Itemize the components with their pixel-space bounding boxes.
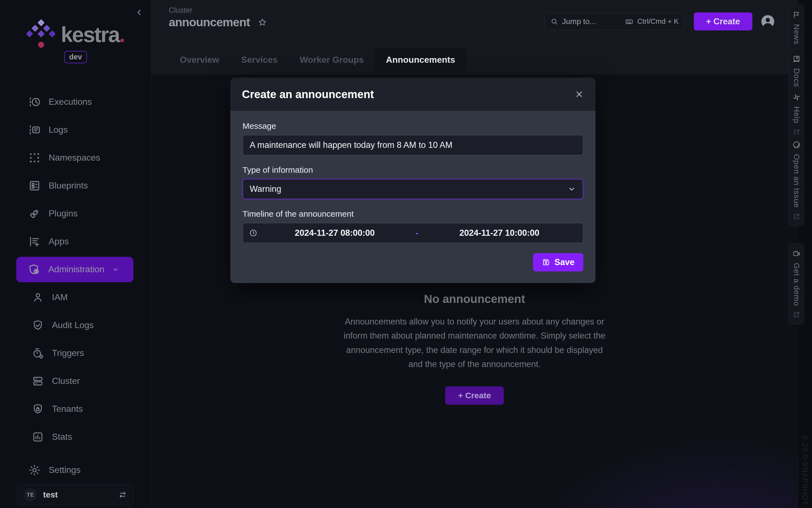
- modal-header: Create an announcement: [230, 78, 595, 111]
- user-avatar[interactable]: [760, 14, 775, 29]
- rail-open-issue-button[interactable]: Open an Issue: [789, 134, 804, 226]
- sidebar: kestra. dev Executions Logs Namespaces: [0, 0, 151, 508]
- sidebar-item-administration[interactable]: Administration: [0, 255, 151, 283]
- message-field[interactable]: [242, 135, 583, 155]
- modal-title: Create an announcement: [242, 88, 374, 100]
- top-header: Cluster announcement Jump to... Ctrl/Cmd…: [151, 0, 798, 74]
- tab-services[interactable]: Services: [230, 48, 289, 72]
- sidebar-nav: Executions Logs Namespaces Blueprints: [0, 88, 151, 451]
- breadcrumb[interactable]: Cluster: [169, 6, 192, 15]
- external-link-icon: [793, 311, 800, 318]
- shield-lock-icon: [32, 403, 44, 415]
- timeline-start-input[interactable]: 2024-11-27 08:00:00: [257, 228, 412, 238]
- kestra-app: kestra. dev Executions Logs Namespaces: [0, 0, 812, 508]
- executions-icon: [28, 96, 41, 108]
- apps-icon: [28, 235, 41, 248]
- page-title: announcement: [169, 15, 250, 29]
- video-icon: [793, 250, 801, 258]
- rail-help-button[interactable]: Help: [789, 87, 804, 142]
- search-icon: [551, 18, 558, 26]
- save-button-label: Save: [555, 257, 574, 267]
- version-label: 0.20.0-SNAPSHOT: [801, 435, 809, 506]
- empty-state-description: Announcements allow you to notify your u…: [339, 314, 610, 372]
- external-link-icon: [793, 213, 800, 220]
- slack-icon: [793, 93, 801, 101]
- sidebar-item-tenants[interactable]: Tenants: [0, 395, 151, 423]
- chevron-down-icon: [567, 185, 576, 194]
- flag-icon: [793, 11, 801, 19]
- book-icon: [793, 55, 801, 63]
- tenant-switcher[interactable]: TE test: [17, 484, 133, 505]
- search-shortcut: Ctrl/Cmd + K: [637, 17, 679, 26]
- cluster-tabs: Overview Services Worker Groups Announce…: [169, 48, 466, 72]
- tenant-avatar: TE: [24, 488, 37, 501]
- kestra-logo[interactable]: kestra.: [0, 18, 151, 51]
- save-button[interactable]: Save: [533, 253, 583, 271]
- favorite-star-icon[interactable]: [258, 18, 267, 27]
- sidebar-item-executions[interactable]: Executions: [0, 88, 151, 116]
- empty-state: No announcement Announcements allow you …: [339, 292, 610, 405]
- administration-icon: [28, 263, 41, 276]
- empty-state-create-button[interactable]: + Create: [445, 386, 504, 405]
- sidebar-item-plugins[interactable]: Plugins: [0, 200, 151, 227]
- blueprints-icon: [28, 179, 41, 192]
- search-input[interactable]: Jump to... Ctrl/Cmd + K: [545, 13, 684, 30]
- timeline-separator: -: [412, 228, 422, 238]
- empty-state-title: No announcement: [339, 292, 610, 306]
- server-stack-icon: [32, 375, 44, 387]
- sidebar-item-cluster[interactable]: Cluster: [0, 367, 151, 395]
- sidebar-item-triggers[interactable]: Triggers: [0, 339, 151, 367]
- sidebar-item-iam[interactable]: IAM: [0, 283, 151, 311]
- type-select-value: Warning: [250, 184, 281, 194]
- modal-body: Message Type of information Warning Time…: [230, 111, 595, 283]
- search-placeholder: Jump to...: [562, 17, 596, 26]
- header-create-button[interactable]: + Create: [694, 12, 752, 30]
- sidebar-collapse-icon[interactable]: [135, 8, 144, 17]
- chevron-down-icon: [111, 266, 119, 273]
- type-label: Type of information: [242, 165, 583, 175]
- sidebar-item-audit-logs[interactable]: Audit Logs: [0, 311, 151, 339]
- namespaces-icon: [28, 152, 41, 164]
- gear-icon: [28, 464, 41, 476]
- kestra-logo-icon: [27, 18, 55, 51]
- timeline-end-input[interactable]: 2024-11-27 10:00:00: [422, 228, 577, 238]
- type-select[interactable]: Warning: [242, 179, 583, 199]
- sidebar-item-logs[interactable]: Logs: [0, 116, 151, 144]
- plugins-icon: [28, 207, 41, 220]
- iam-icon: [32, 291, 44, 304]
- sidebar-item-apps[interactable]: Apps: [0, 227, 151, 255]
- github-icon: [793, 141, 801, 149]
- tab-overview[interactable]: Overview: [169, 48, 230, 72]
- keyboard-icon: [625, 17, 633, 26]
- bar-chart-icon: [32, 431, 44, 443]
- rail-news-button[interactable]: News: [789, 4, 804, 51]
- kestra-logo-text: kestra.: [61, 24, 125, 45]
- sidebar-item-blueprints[interactable]: Blueprints: [0, 172, 151, 200]
- clock-icon: [249, 229, 257, 237]
- tab-worker-groups[interactable]: Worker Groups: [289, 48, 375, 72]
- sidebar-item-namespaces[interactable]: Namespaces: [0, 144, 151, 172]
- create-announcement-modal: Create an announcement Message Type of i…: [230, 78, 595, 283]
- rail-get-demo-button[interactable]: Get a demo: [789, 243, 804, 325]
- close-icon[interactable]: [574, 90, 584, 99]
- administration-active-pill: Administration: [16, 257, 133, 282]
- timeline-range-field[interactable]: 2024-11-27 08:00:00 - 2024-11-27 10:00:0…: [242, 223, 583, 243]
- sidebar-item-settings[interactable]: Settings: [0, 456, 151, 484]
- shield-check-icon: [32, 319, 44, 332]
- sidebar-item-stats[interactable]: Stats: [0, 423, 151, 451]
- logs-icon: [28, 124, 41, 136]
- save-icon: [542, 258, 550, 266]
- settings-row-container: Settings: [0, 456, 151, 484]
- timeline-label: Timeline of the announcement: [242, 209, 583, 219]
- tab-announcements[interactable]: Announcements: [375, 48, 466, 72]
- message-label: Message: [242, 121, 583, 131]
- swap-tenant-icon[interactable]: [118, 490, 127, 499]
- timer-gear-icon: [32, 347, 44, 359]
- environment-badge: dev: [64, 51, 87, 63]
